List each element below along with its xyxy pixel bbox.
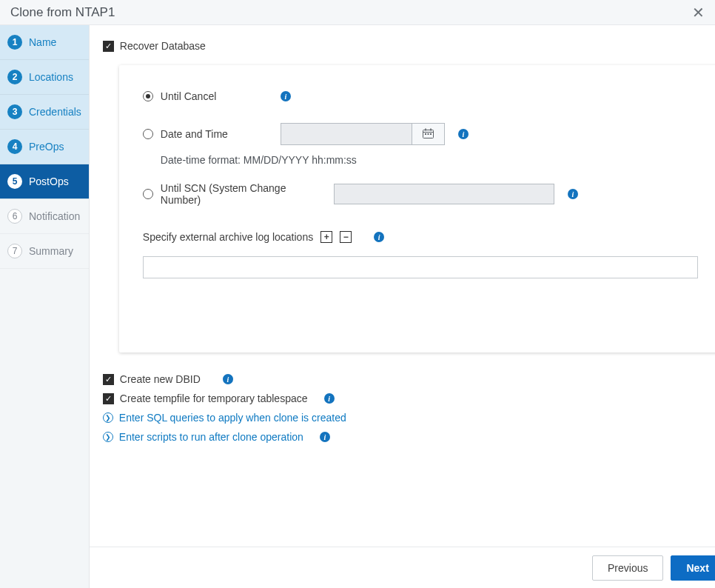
- info-icon[interactable]: i: [324, 393, 335, 404]
- calendar-icon: [423, 128, 434, 141]
- previous-button[interactable]: Previous: [592, 555, 663, 581]
- create-tempfile-checkbox[interactable]: ✓: [103, 393, 114, 404]
- minus-icon: −: [343, 233, 349, 241]
- chevron-right-icon: ❯: [103, 412, 113, 423]
- step-number: 4: [7, 139, 22, 154]
- main-panel: ✓ Recover Database Until Cancel i Date a…: [90, 25, 715, 588]
- svg-rect-6: [430, 133, 432, 135]
- info-icon[interactable]: i: [458, 129, 469, 139]
- step-label: Summary: [29, 245, 73, 257]
- wizard-step-notification[interactable]: 6 Notification: [0, 199, 89, 234]
- main-content: ✓ Recover Database Until Cancel i Date a…: [90, 25, 715, 547]
- recover-database-label: Recover Database: [120, 40, 206, 52]
- step-number: 2: [7, 70, 22, 84]
- info-icon[interactable]: i: [281, 91, 291, 101]
- create-dbid-label: Create new DBID: [120, 373, 201, 385]
- wizard-step-name[interactable]: 1 Name: [0, 25, 89, 60]
- step-label: Credentials: [29, 106, 81, 118]
- date-time-row: Date and Time i: [143, 123, 698, 145]
- page-title: Clone from NTAP1: [10, 5, 692, 20]
- step-number: 3: [7, 104, 22, 119]
- until-cancel-row: Until Cancel i: [143, 86, 698, 107]
- step-number: 1: [7, 35, 22, 50]
- until-scn-row: Until SCN (System Change Number) i: [143, 182, 698, 206]
- step-number: 5: [7, 174, 22, 189]
- remove-location-button[interactable]: −: [340, 231, 352, 243]
- titlebar: Clone from NTAP1 ✕: [0, 0, 715, 25]
- create-dbid-row: ✓ Create new DBID i: [103, 373, 715, 385]
- date-time-input-group: [281, 123, 445, 145]
- scripts-expander[interactable]: ❯ Enter scripts to run after clone opera…: [103, 431, 715, 443]
- sql-queries-link: Enter SQL queries to apply when clone is…: [119, 412, 346, 424]
- info-icon[interactable]: i: [568, 189, 578, 199]
- recover-database-checkbox[interactable]: ✓: [103, 41, 114, 52]
- plus-icon: +: [324, 233, 329, 241]
- create-tempfile-label: Create tempfile for temporary tablespace: [120, 392, 308, 404]
- wizard-step-postops[interactable]: 5 PostOps: [0, 164, 89, 199]
- wizard-step-credentials[interactable]: 3 Credentials: [0, 95, 89, 130]
- step-label: PreOps: [29, 141, 64, 153]
- create-dbid-checkbox[interactable]: ✓: [103, 374, 114, 385]
- svg-rect-5: [427, 133, 429, 135]
- wizard-footer: Previous Next: [90, 547, 715, 588]
- until-scn-label: Until SCN (System Change Number): [161, 182, 320, 206]
- close-icon[interactable]: ✕: [692, 5, 705, 20]
- recover-database-row: ✓ Recover Database: [103, 40, 715, 52]
- scripts-link: Enter scripts to run after clone operati…: [119, 431, 303, 443]
- scn-input[interactable]: [334, 184, 554, 204]
- step-number: 7: [7, 244, 22, 258]
- chevron-right-icon: ❯: [103, 432, 113, 442]
- step-number: 6: [7, 209, 22, 224]
- date-time-label: Date and Time: [161, 128, 228, 140]
- archive-location-input[interactable]: [143, 256, 698, 278]
- until-cancel-radio[interactable]: [143, 91, 153, 101]
- recover-options-card: Until Cancel i Date and Time: [119, 65, 715, 353]
- step-label: Locations: [29, 71, 73, 83]
- wizard-step-locations[interactable]: 2 Locations: [0, 60, 89, 95]
- calendar-button[interactable]: [412, 124, 444, 144]
- until-cancel-label: Until Cancel: [161, 90, 216, 102]
- date-time-input[interactable]: [281, 124, 412, 144]
- sql-queries-expander[interactable]: ❯ Enter SQL queries to apply when clone …: [103, 412, 715, 424]
- wizard-sidebar: 1 Name 2 Locations 3 Credentials 4 PreOp…: [0, 25, 90, 588]
- step-label: Notification: [29, 210, 80, 222]
- info-icon[interactable]: i: [320, 432, 330, 442]
- date-format-hint: Date-time format: MM/DD/YYYY hh:mm:ss: [161, 154, 698, 166]
- step-label: Name: [29, 36, 56, 48]
- info-icon[interactable]: i: [374, 232, 384, 242]
- svg-rect-4: [425, 133, 426, 135]
- wizard-step-preops[interactable]: 4 PreOps: [0, 130, 89, 164]
- info-icon[interactable]: i: [223, 374, 233, 384]
- wizard-step-summary[interactable]: 7 Summary: [0, 234, 89, 269]
- until-scn-radio[interactable]: [143, 189, 153, 199]
- archive-locations-label: Specify external archive log locations: [143, 231, 313, 243]
- date-time-radio[interactable]: [143, 129, 153, 139]
- archive-locations-row: Specify external archive log locations +…: [143, 231, 698, 243]
- step-label: PostOps: [29, 176, 69, 187]
- create-tempfile-row: ✓ Create tempfile for temporary tablespa…: [103, 392, 715, 404]
- next-button[interactable]: Next: [671, 555, 715, 581]
- add-location-button[interactable]: +: [320, 231, 332, 243]
- wizard-body: 1 Name 2 Locations 3 Credentials 4 PreOp…: [0, 25, 715, 588]
